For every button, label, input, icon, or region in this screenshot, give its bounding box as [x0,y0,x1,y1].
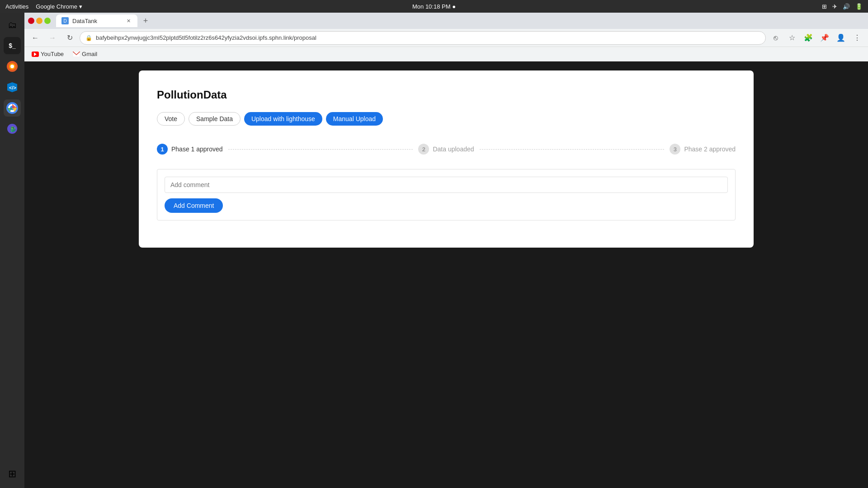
tab-title: DataTank [72,18,97,24]
step-1-label: Phase 1 approved [171,145,223,153]
gmail-label: Gmail [82,51,97,57]
progress-steps: 1 Phase 1 approved 2 Data uploaded 3 [157,144,736,155]
main-card: PollutionData Vote Sample Data Upload wi… [139,70,754,248]
taskbar: 🗂 $_ </> 🐉 ⊞ [0,13,24,488]
step-1-circle: 1 [157,144,168,155]
minimize-button[interactable] [36,18,42,24]
back-button[interactable]: ← [28,31,42,45]
os-topbar: Activities Google Chrome ▾ Mon 10:18 PM … [0,0,868,13]
step-3: 3 Phase 2 approved [670,144,736,155]
address-bar[interactable]: 🔒 bafybeihpx2ynwjugjc3ml52plptd5tl5fotil… [80,31,766,45]
activities-label[interactable]: Activities [5,3,28,10]
youtube-favicon [32,51,39,58]
action-buttons: Vote Sample Data Upload with lighthouse … [157,112,736,126]
reload-button[interactable]: ↻ [62,31,77,45]
menu-button[interactable]: ⋮ [850,31,864,45]
profile-button[interactable]: 👤 [834,31,848,45]
browser-tab[interactable]: D DataTank ✕ [56,14,137,27]
url-text: bafybeihpx2ynwjugjc3ml52plptd5tl5fotilz2… [96,34,760,41]
lock-icon: 🔒 [85,35,92,41]
apps-icon[interactable]: ⊞ [4,465,21,483]
step-connector-2 [480,149,665,150]
terminal-icon[interactable]: $_ [4,37,21,54]
share-button[interactable]: ⎋ [769,31,783,45]
bookmarks-bar: YouTube Gmail [24,47,868,61]
step-1: 1 Phase 1 approved [157,144,223,155]
firefox-icon[interactable] [4,58,21,75]
sys-icon-1: ⊞ [822,3,827,10]
upload-lighthouse-button[interactable]: Upload with lighthouse [244,112,322,126]
forward-button[interactable]: → [45,31,60,45]
extension2-button[interactable]: 📌 [817,31,832,45]
clock: Mon 10:18 PM ● [412,3,456,10]
step-2-label: Data uploaded [433,145,474,153]
bookmark-youtube[interactable]: YouTube [28,49,67,59]
page-title: PollutionData [157,89,736,101]
youtube-label: YouTube [41,51,64,57]
vote-button[interactable]: Vote [157,112,185,126]
tab-close-button[interactable]: ✕ [125,17,132,24]
svg-text:</>: </> [9,85,16,90]
page-content: PollutionData Vote Sample Data Upload wi… [24,61,868,488]
comment-input[interactable] [165,177,728,193]
svg-text:🐉: 🐉 [9,126,16,132]
sample-data-button[interactable]: Sample Data [189,112,241,126]
sys-icon-2: ✈ [832,3,837,10]
chrome-icon[interactable] [4,99,21,117]
tab-favicon: D [61,17,69,24]
manual-upload-button[interactable]: Manual Upload [326,112,383,126]
comment-section: Add Comment [157,169,736,221]
bookmark-gmail[interactable]: Gmail [69,49,101,59]
svg-point-2 [10,65,14,68]
chrome-label[interactable]: Google Chrome ▾ [36,3,82,10]
browser-titlebar: D DataTank ✕ + [24,13,868,29]
step-2: 2 Data uploaded [418,144,474,155]
new-tab-button[interactable]: + [139,14,152,27]
toolbar-actions: ⎋ ☆ 🧩 📌 👤 ⋮ [769,31,864,45]
bookmark-button[interactable]: ☆ [785,31,799,45]
step-3-label: Phase 2 approved [684,145,736,153]
close-button[interactable] [28,18,34,24]
misc-icon[interactable]: 🐉 [4,120,21,137]
gmail-favicon [73,51,80,58]
sys-icon-3: 🔊 [843,3,850,10]
files-icon[interactable]: 🗂 [4,16,21,33]
maximize-button[interactable] [44,18,51,24]
window-controls [28,18,51,24]
add-comment-button[interactable]: Add Comment [165,198,223,213]
step-2-circle: 2 [418,144,429,155]
sys-icon-4: 🔋 [855,3,863,10]
step-3-circle: 3 [670,144,680,155]
step-connector-1 [228,149,413,150]
browser-window: D DataTank ✕ + ← → ↻ 🔒 bafybeihpx2ynwjug… [24,13,868,488]
extension1-button[interactable]: 🧩 [801,31,816,45]
vscode-icon[interactable]: </> [4,79,21,96]
browser-toolbar: ← → ↻ 🔒 bafybeihpx2ynwjugjc3ml52plptd5tl… [24,29,868,47]
